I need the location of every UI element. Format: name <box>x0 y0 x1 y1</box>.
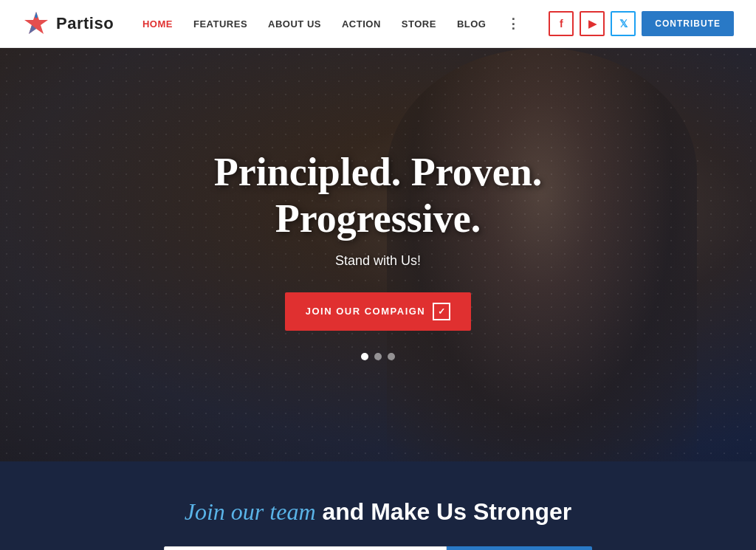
hero-content: Principled. Proven. Progressive. Stand w… <box>0 48 756 461</box>
signup-form: JOIN OUR CAMPAIGN <box>164 546 592 550</box>
nav-item-store[interactable]: STORE <box>402 18 436 30</box>
hero-carousel-dots <box>361 353 395 360</box>
header-right: f ▶ 𝕏 CONTRIBUTE <box>549 11 734 36</box>
hero-section: Principled. Proven. Progressive. Stand w… <box>0 48 756 461</box>
nav-more-icon[interactable]: ⋮ <box>506 16 520 32</box>
twitter-icon: 𝕏 <box>619 18 628 30</box>
hero-subtext: Stand with Us! <box>335 253 421 269</box>
signup-heading: Join our team and Make Us Stronger <box>185 498 572 526</box>
signup-section: Join our team and Make Us Stronger JOIN … <box>0 461 756 550</box>
facebook-button[interactable]: f <box>549 11 574 36</box>
youtube-button[interactable]: ▶ <box>580 11 605 36</box>
hero-headline-line2: Progressive. <box>275 196 481 241</box>
hero-cta-label: JOIN OUR COMPAIGN <box>306 306 426 317</box>
facebook-icon: f <box>560 18 563 30</box>
youtube-icon: ▶ <box>588 18 597 30</box>
nav-item-features[interactable]: FEATURES <box>193 18 247 30</box>
hero-headline: Principled. Proven. Progressive. <box>214 149 542 241</box>
twitter-button[interactable]: 𝕏 <box>611 11 636 36</box>
carousel-dot-3[interactable] <box>388 353 395 360</box>
logo[interactable]: Partiso <box>22 10 114 38</box>
hero-cta-button[interactable]: JOIN OUR COMPAIGN ✓ <box>285 292 472 331</box>
hero-headline-line1: Principled. Proven. <box>214 150 542 194</box>
nav-item-action[interactable]: ACTION <box>342 18 381 30</box>
logo-icon <box>22 10 50 38</box>
contribute-button[interactable]: CONTRIBUTE <box>642 11 734 36</box>
nav-item-blog[interactable]: BLOG <box>457 18 487 30</box>
email-input[interactable] <box>164 546 447 550</box>
logo-text: Partiso <box>56 14 114 33</box>
signup-submit-button[interactable]: JOIN OUR CAMPAIGN <box>447 546 592 550</box>
signup-heading-bold: and Make Us Stronger <box>322 498 571 525</box>
main-nav: HOME FEATURES ABOUT US ACTION STORE BLOG… <box>142 16 520 32</box>
nav-item-about[interactable]: ABOUT US <box>268 18 321 30</box>
nav-item-home[interactable]: HOME <box>142 18 173 30</box>
checkbox-icon: ✓ <box>433 303 450 320</box>
carousel-dot-2[interactable] <box>374 353 382 360</box>
carousel-dot-1[interactable] <box>361 353 368 360</box>
signup-heading-cursive: Join our team <box>185 498 316 525</box>
header: Partiso HOME FEATURES ABOUT US ACTION ST… <box>0 0 756 48</box>
